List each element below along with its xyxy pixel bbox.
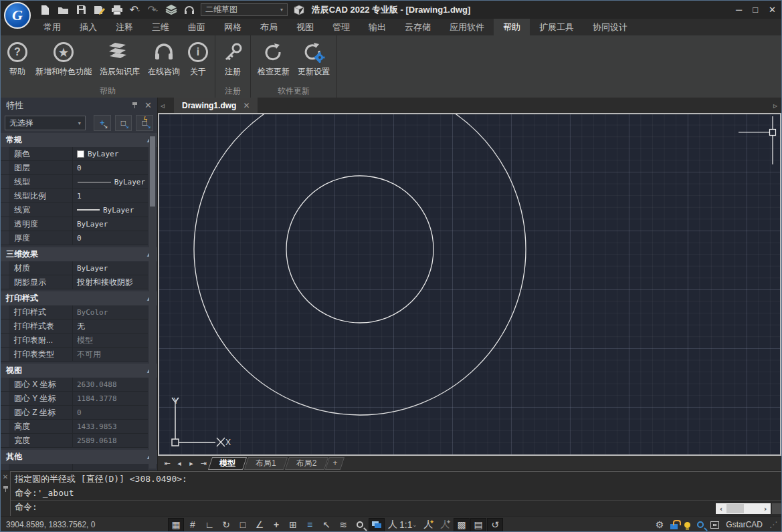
angle-snap-toggle[interactable]: ∠ [252, 518, 268, 532]
property-row[interactable]: 线型ByLayer [1, 175, 148, 189]
scroll-right-icon[interactable]: › [760, 505, 771, 513]
ribbon-tab-insert[interactable]: 插入 [70, 19, 106, 35]
command-history[interactable]: 指定圆的半径或 [直径(D)] <308.0490>: 命令:'_about 命… [10, 471, 781, 516]
select-objects-button[interactable]: □↘ [115, 115, 132, 131]
next-layout-icon[interactable]: ▸ [186, 459, 197, 468]
knowledge-base-button[interactable]: 浩辰知识库 [96, 37, 144, 84]
ribbon-tab-surface[interactable]: 曲面 [179, 19, 215, 35]
section-general[interactable]: 常规▲ [1, 133, 157, 147]
hscroll-thumb[interactable] [726, 504, 744, 513]
property-row[interactable]: 线型比例1 [1, 189, 148, 203]
property-row[interactable]: 打印样式ByColor [1, 305, 148, 319]
support-button[interactable] [183, 3, 196, 17]
redo-button[interactable]: ↷⌄ [146, 3, 160, 17]
quick-select-button[interactable]: □ϟ↘ [136, 115, 153, 131]
property-row[interactable]: 高度1433.9853 [1, 420, 148, 434]
property-row[interactable]: 打印表类型不可用 [1, 348, 148, 362]
tab-model[interactable]: 模型 [210, 457, 245, 470]
grid-toggle[interactable]: # [185, 518, 201, 532]
transparency-toggle[interactable]: ▩ [454, 518, 470, 532]
ribbon-tab-manage[interactable]: 管理 [323, 19, 359, 35]
new-features-button[interactable]: ★ 新增和特色功能 [31, 37, 96, 84]
scrollbar-thumb[interactable] [150, 136, 155, 207]
properties-scrollbar[interactable] [149, 135, 156, 469]
property-row[interactable]: 透明度ByLayer [1, 217, 148, 231]
section-other[interactable]: 其他▲ [1, 450, 157, 464]
selection-filter-select[interactable]: 无选择 ▾ [5, 116, 86, 130]
object-snap-toggle[interactable]: □ [235, 518, 251, 532]
tab-scroll-left-icon[interactable]: ◃ [161, 101, 165, 110]
polar-tracking-toggle[interactable]: ↻ [218, 518, 234, 532]
cloud-search-icon[interactable] [697, 521, 704, 528]
selection-cycling-toggle[interactable]: ↖ [318, 518, 334, 532]
tab-new-layout[interactable]: + [327, 457, 343, 470]
save-as-button[interactable] [92, 3, 106, 17]
osnap-tracking-toggle[interactable]: + [268, 518, 284, 532]
ribbon-tab-apps[interactable]: 应用软件 [440, 19, 494, 35]
annotation-auto-toggle[interactable]: 人✦ [437, 518, 453, 532]
ribbon-tab-express[interactable]: 扩展工具 [530, 19, 583, 35]
ribbon-tab-cloud[interactable]: 云存储 [395, 19, 440, 35]
lineweight-toggle[interactable]: ≡ [302, 518, 318, 532]
workspace-switch-button[interactable] [369, 518, 385, 532]
drawing-canvas[interactable]: Y X [158, 113, 781, 456]
register-button[interactable]: 注册 [218, 37, 248, 84]
snap-mode-toggle[interactable]: ▦ [168, 518, 184, 532]
scroll-left-icon[interactable]: ‹ [716, 505, 726, 513]
tab-layout1[interactable]: 布局1 [246, 457, 286, 470]
property-row[interactable]: 颜色ByLayer [1, 147, 148, 161]
property-row[interactable]: 材质ByLayer [1, 261, 148, 275]
open-file-button[interactable] [56, 3, 70, 17]
workspace-select[interactable]: 二维草图 ▾ [201, 3, 288, 16]
toggle-pickadd-button[interactable]: +↘ [94, 115, 111, 131]
file-tab-drawing1[interactable]: Drawing1.dwg ✕ [174, 98, 258, 113]
last-layout-icon[interactable]: ⇥ [198, 459, 209, 468]
gstarcad-logo-icon[interactable]: G [4, 2, 31, 29]
pin-icon[interactable] [132, 102, 138, 108]
tab-layout2[interactable]: 布局2 [287, 457, 326, 470]
minimize-button[interactable]: ─ [736, 5, 742, 15]
update-settings-button[interactable]: 更新设置 [294, 37, 334, 84]
settings-gear-icon[interactable]: ⚙ [656, 519, 664, 530]
close-button[interactable]: ✕ [769, 5, 776, 15]
ribbon-tab-view[interactable]: 视图 [287, 19, 323, 35]
check-update-button[interactable]: 检查更新 [254, 37, 294, 84]
plot-button[interactable] [110, 3, 124, 17]
property-row[interactable]: 圆心 X 坐标2630.0488 [1, 378, 148, 392]
dynamic-input-toggle[interactable]: ⊞ [285, 518, 301, 532]
ribbon-tab-annotate[interactable]: 注释 [106, 19, 142, 35]
ribbon-tab-3d[interactable]: 三维 [142, 19, 179, 35]
quick-properties-toggle[interactable]: ▤ [470, 518, 486, 532]
command-close-icon[interactable]: ✕ [3, 473, 8, 481]
layer-stack-button[interactable] [165, 3, 178, 17]
ribbon-tab-collab[interactable]: 协同设计 [583, 19, 637, 35]
qat-customize-button[interactable]: ⌄ [310, 3, 324, 17]
property-row[interactable] [1, 464, 148, 471]
property-row[interactable]: 线宽ByLayer [1, 203, 148, 217]
ribbon-tab-output[interactable]: 输出 [359, 19, 395, 35]
ortho-toggle[interactable]: ∟ [201, 518, 217, 532]
annotation-visibility-toggle[interactable]: 人✦ [420, 518, 436, 532]
ribbon-tab-home[interactable]: 常用 [34, 19, 70, 35]
prev-layout-icon[interactable]: ◂ [174, 459, 185, 468]
file-tab-close-icon[interactable]: ✕ [243, 101, 250, 110]
property-row[interactable]: 厚度0 [1, 231, 148, 245]
save-button[interactable] [74, 3, 88, 17]
command-input[interactable]: 命令: [11, 500, 781, 514]
command-hscrollbar[interactable]: ‹ › [716, 503, 771, 514]
properties-close-icon[interactable]: ✕ [144, 100, 152, 110]
first-layout-icon[interactable]: ⇤ [162, 459, 173, 468]
property-row[interactable]: 图层0 [1, 161, 148, 175]
fullscreen-icon[interactable] [710, 521, 719, 529]
ribbon-tab-layout[interactable]: 布局 [251, 19, 287, 35]
dynamic-ucs-toggle[interactable]: ↺ [487, 518, 503, 532]
property-row[interactable]: 宽度2589.0618 [1, 434, 148, 448]
command-pin-icon[interactable] [3, 486, 9, 492]
zoom-tool-button[interactable] [352, 518, 368, 532]
help-button[interactable]: ? 帮助 [3, 37, 31, 84]
unlock-icon[interactable] [670, 524, 678, 529]
property-row[interactable]: 打印表附...模型 [1, 334, 148, 348]
annotation-scale-button[interactable]: 人 1:1 ⌄ [385, 518, 419, 532]
tab-scroll-right-icon[interactable]: ▹ [773, 101, 777, 110]
undo-button[interactable]: ↶⌄ [128, 3, 142, 17]
